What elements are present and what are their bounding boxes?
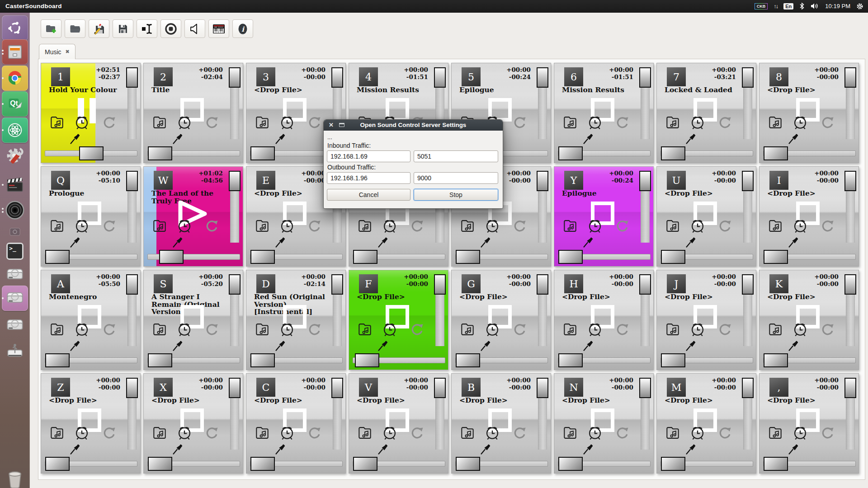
save-board-button[interactable] — [113, 19, 133, 38]
seek-slider-handle[interactable] — [79, 146, 104, 160]
seek-slider-handle[interactable] — [764, 353, 788, 367]
sound-tile-I[interactable]: I +00:00 -00:00 <Drop File> — [759, 166, 859, 267]
volume-slider-handle[interactable] — [742, 378, 754, 398]
color-picker-icon[interactable] — [684, 339, 698, 352]
timer-clock-icon[interactable] — [380, 423, 399, 442]
seek-slider-track[interactable] — [558, 150, 651, 156]
loop-icon[interactable] — [820, 321, 836, 338]
loop-icon[interactable] — [307, 425, 323, 441]
launcher-item-terminal[interactable]: >_ — [2, 239, 28, 264]
timer-clock-icon[interactable] — [72, 423, 91, 442]
launcher-item-hard-drive-1[interactable] — [2, 262, 28, 287]
sound-tile-M[interactable]: M +00:00 -00:00 <Drop File> — [656, 373, 756, 474]
color-picker-icon[interactable] — [274, 132, 287, 145]
seek-slider-handle[interactable] — [558, 146, 583, 160]
seek-slider-handle[interactable] — [45, 250, 70, 264]
volume-slider-handle[interactable] — [331, 274, 343, 295]
seek-slider-handle[interactable] — [558, 353, 583, 367]
loop-icon[interactable] — [307, 321, 323, 338]
outbound-ip-field[interactable] — [327, 172, 410, 184]
seek-slider-handle[interactable] — [558, 457, 583, 471]
loop-icon[interactable] — [409, 321, 425, 338]
loop-icon[interactable] — [614, 425, 631, 441]
sound-tile-F[interactable]: F +00:00 -00:00 <Drop File> — [349, 270, 448, 370]
launcher-item-hard-drive-2[interactable] — [2, 286, 28, 311]
loop-icon[interactable] — [409, 218, 425, 234]
audio-file-icon[interactable] — [254, 321, 271, 338]
volume-slider-handle[interactable] — [126, 171, 138, 191]
timer-clock-icon[interactable] — [278, 113, 297, 131]
color-picker-icon[interactable] — [274, 442, 287, 456]
color-picker-icon[interactable] — [479, 339, 492, 352]
color-picker-icon[interactable] — [581, 132, 595, 145]
color-picker-icon[interactable] — [171, 235, 184, 249]
open-board-button[interactable] — [65, 19, 85, 38]
seek-slider-track[interactable] — [250, 357, 343, 363]
volume-slider-handle[interactable] — [331, 67, 343, 88]
launcher-item-trash[interactable] — [2, 466, 28, 488]
audio-file-icon[interactable] — [356, 217, 373, 235]
timer-clock-icon[interactable] — [791, 216, 810, 235]
volume-slider-handle[interactable] — [742, 171, 754, 191]
seek-slider-handle[interactable] — [148, 457, 172, 471]
audio-file-icon[interactable] — [459, 217, 476, 235]
audio-file-icon[interactable] — [767, 424, 784, 441]
outbound-port-field[interactable] — [414, 172, 498, 184]
volume-slider-handle[interactable] — [126, 67, 138, 88]
seek-slider-track[interactable] — [147, 357, 240, 363]
timer-clock-icon[interactable] — [688, 423, 707, 442]
seek-slider-track[interactable] — [45, 357, 137, 363]
sound-tile-S[interactable]: S +00:00 -05:20 A Stranger I Remain (Ori… — [143, 270, 243, 370]
network-arrows-icon[interactable]: ↑↓ — [774, 3, 778, 9]
seek-slider-handle[interactable] — [45, 457, 70, 471]
color-picker-icon[interactable] — [68, 442, 82, 456]
color-picker-icon[interactable] — [479, 235, 492, 249]
audio-file-icon[interactable] — [664, 424, 681, 441]
audio-file-icon[interactable] — [459, 424, 476, 441]
seek-slider-handle[interactable] — [764, 146, 788, 160]
seek-slider-handle[interactable] — [661, 457, 685, 471]
volume-slider-handle[interactable] — [639, 378, 651, 398]
seek-slider-track[interactable] — [660, 461, 753, 467]
timer-clock-icon[interactable] — [585, 319, 604, 338]
audio-file-icon[interactable] — [151, 217, 168, 235]
tab-close-icon[interactable]: ✖ — [66, 49, 70, 55]
color-picker-icon[interactable] — [787, 235, 800, 249]
rename-board-button[interactable] — [137, 19, 157, 38]
audio-file-icon[interactable] — [561, 424, 579, 441]
timer-clock-icon[interactable] — [175, 423, 194, 442]
volume-slider-handle[interactable] — [434, 274, 446, 295]
sound-tile-N[interactable]: N +00:00 -00:00 <Drop File> — [554, 373, 654, 474]
volume-slider-handle[interactable] — [844, 67, 856, 88]
color-picker-icon[interactable] — [171, 132, 184, 145]
sound-tile-B[interactable]: B +00:00 -00:00 <Drop File> — [451, 373, 551, 474]
audio-file-icon[interactable] — [664, 114, 681, 131]
volume-slider-handle[interactable] — [537, 67, 548, 88]
volume-slider-handle[interactable] — [844, 274, 856, 295]
loop-icon[interactable] — [307, 218, 323, 234]
seek-slider-track[interactable] — [763, 150, 856, 156]
audio-file-icon[interactable] — [767, 217, 784, 235]
seek-slider-handle[interactable] — [764, 250, 788, 264]
launcher-item-ubuntu-dash[interactable] — [2, 15, 28, 41]
color-picker-icon[interactable] — [684, 442, 698, 456]
sound-tile-Q[interactable]: Q +00:00 -05:10 Prologue — [41, 166, 141, 267]
audio-file-icon[interactable] — [356, 424, 373, 441]
sound-tile-V[interactable]: V +00:00 -00:00 <Drop File> — [349, 373, 448, 474]
color-picker-icon[interactable] — [787, 339, 800, 352]
timer-clock-icon[interactable] — [380, 319, 399, 338]
audio-file-icon[interactable] — [48, 321, 66, 338]
loop-icon[interactable] — [307, 114, 323, 131]
volume-slider-handle[interactable] — [639, 274, 651, 295]
sound-tile-1[interactable]: 1 +02:51 -02:37 Hold Your Colour — [41, 63, 141, 163]
loop-icon[interactable] — [204, 114, 220, 131]
sound-tile-G[interactable]: G +00:00 -00:00 <Drop File> — [451, 270, 551, 370]
seek-slider-handle[interactable] — [661, 353, 685, 367]
seek-slider-track[interactable] — [763, 254, 856, 260]
seek-slider-track[interactable] — [558, 254, 651, 260]
seek-slider-handle[interactable] — [661, 250, 685, 264]
color-picker-icon[interactable] — [787, 442, 800, 456]
launcher-item-file-cabinet[interactable] — [2, 39, 28, 65]
volume-slider-handle[interactable] — [229, 171, 241, 191]
seek-slider-track[interactable] — [147, 254, 240, 260]
